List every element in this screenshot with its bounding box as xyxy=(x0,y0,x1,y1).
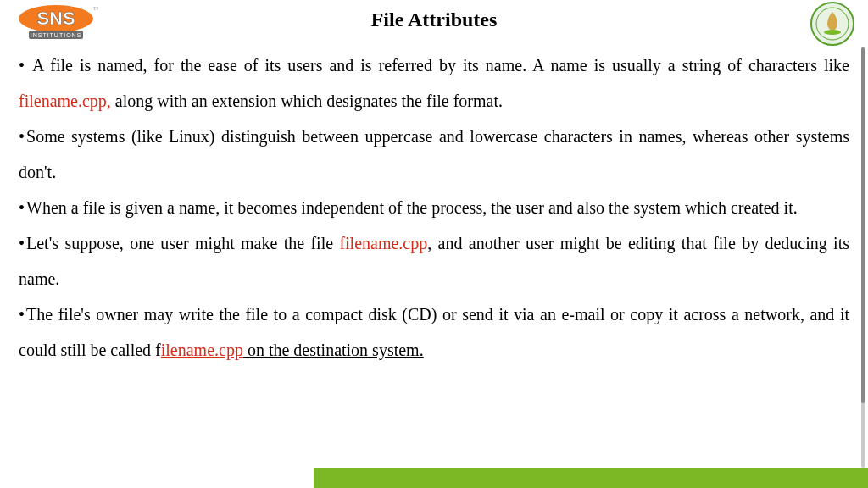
content-body: A file is named, for the ease of its use… xyxy=(19,47,849,368)
bullet-1: A file is named, for the ease of its use… xyxy=(19,47,849,119)
bullet-2: Some systems (like Linux) distinguish be… xyxy=(19,119,849,190)
bullet-3: When a file is given a name, it becomes … xyxy=(19,190,849,225)
slide: SNS INSTITUTIONS TM File Attributes A fi… xyxy=(0,0,868,488)
footer-bar xyxy=(314,468,868,488)
bullet-5: The file's owner may write the file to a… xyxy=(19,297,849,368)
svg-text:INSTITUTIONS: INSTITUTIONS xyxy=(31,32,82,38)
bullet-4: Let's suppose, one user might make the f… xyxy=(19,225,849,297)
scroll-thumb[interactable] xyxy=(861,47,865,403)
page-title: File Attributes xyxy=(0,8,868,31)
scrollbar[interactable] xyxy=(861,47,865,468)
